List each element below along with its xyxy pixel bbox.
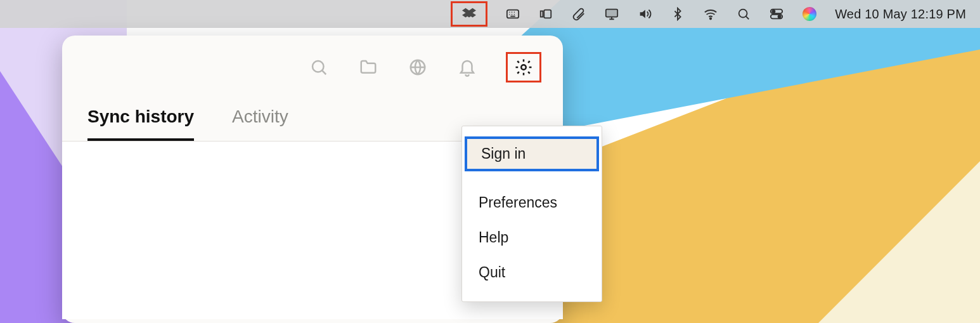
- svg-rect-2: [544, 10, 551, 18]
- svg-point-10: [313, 61, 324, 72]
- volume-icon[interactable]: [637, 6, 652, 22]
- keyboard-viewer-icon[interactable]: [505, 6, 520, 22]
- search-icon[interactable]: [308, 56, 330, 78]
- gear-icon[interactable]: [513, 56, 534, 78]
- control-center-icon[interactable]: [769, 6, 784, 22]
- tab-sync-history[interactable]: Sync history: [87, 107, 194, 141]
- svg-point-9: [778, 15, 781, 18]
- folder-icon[interactable]: [358, 56, 379, 78]
- paperclip-icon[interactable]: [571, 6, 586, 22]
- svg-point-5: [739, 10, 747, 18]
- wifi-icon[interactable]: [703, 6, 718, 22]
- menu-item-sign-in[interactable]: Sign in: [465, 136, 599, 171]
- settings-menu: Sign in Preferences Help Quit: [461, 126, 602, 302]
- menu-item-quit[interactable]: Quit: [462, 255, 602, 290]
- menubar-clock[interactable]: Wed 10 May 12:19 PM: [835, 7, 966, 22]
- spotlight-icon[interactable]: [736, 6, 751, 22]
- focus-icon[interactable]: [538, 6, 553, 22]
- svg-point-7: [773, 10, 775, 13]
- globe-icon[interactable]: [407, 56, 429, 78]
- display-icon[interactable]: [604, 6, 619, 22]
- menu-item-help[interactable]: Help: [462, 220, 602, 255]
- gear-button-highlight: [506, 52, 541, 82]
- dropbox-icon[interactable]: [461, 6, 477, 22]
- svg-point-12: [521, 65, 526, 70]
- menu-item-preferences[interactable]: Preferences: [462, 185, 602, 220]
- siri-icon[interactable]: [802, 6, 817, 22]
- svg-rect-3: [606, 10, 617, 17]
- macos-menubar: Wed 10 May 12:19 PM: [0, 0, 980, 28]
- tab-activity[interactable]: Activity: [232, 107, 288, 141]
- popover-toolbar: [62, 36, 563, 89]
- bluetooth-icon[interactable]: [670, 6, 685, 22]
- svg-rect-1: [541, 11, 543, 16]
- dropbox-menubar-highlight: [451, 1, 487, 27]
- svg-point-4: [710, 18, 711, 19]
- bell-icon[interactable]: [456, 56, 478, 78]
- dropbox-popover: Sync history Activity Sign in Preference…: [62, 36, 563, 323]
